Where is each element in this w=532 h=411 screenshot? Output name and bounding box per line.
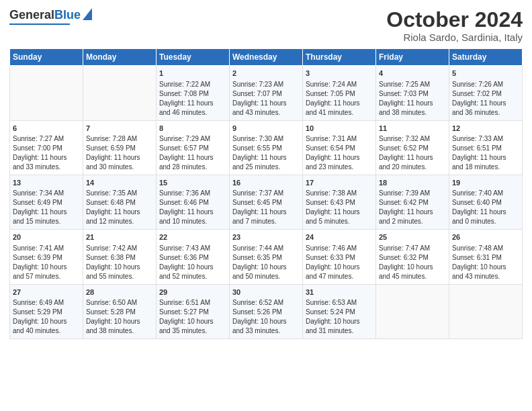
cell-line: Daylight: 11 hours	[306, 153, 373, 163]
cell-line: and 52 minutes.	[159, 272, 226, 281]
cell-line: Daylight: 10 hours	[232, 317, 300, 326]
calendar-cell: 3Sunrise: 7:24 AMSunset: 7:05 PMDaylight…	[303, 66, 376, 120]
cell-line: Daylight: 10 hours	[306, 263, 373, 272]
cell-line: and 12 minutes.	[86, 217, 153, 226]
cell-line: Sunset: 6:52 PM	[379, 144, 446, 153]
calendar-cell: 26Sunrise: 7:48 AMSunset: 6:31 PMDayligh…	[449, 230, 523, 284]
cell-line: Daylight: 10 hours	[13, 263, 80, 272]
cell-line: Daylight: 11 hours	[452, 153, 519, 163]
cell-line: Daylight: 11 hours	[159, 153, 226, 163]
title-location: Riola Sardo, Sardinia, Italy	[386, 32, 523, 43]
cell-line: Sunrise: 7:31 AM	[306, 134, 373, 144]
day-number: 21	[86, 232, 153, 242]
cell-line: Daylight: 10 hours	[86, 263, 153, 272]
cell-line: Sunrise: 7:44 AM	[232, 244, 300, 253]
cell-line: Sunset: 6:43 PM	[306, 198, 373, 208]
cell-line: Sunset: 6:40 PM	[452, 198, 519, 208]
cell-line: Daylight: 11 hours	[232, 153, 300, 163]
cell-line: Sunset: 6:59 PM	[86, 144, 153, 153]
cell-line: and 18 minutes.	[452, 163, 519, 172]
week-row-2: 13Sunrise: 7:34 AMSunset: 6:49 PMDayligh…	[10, 175, 523, 229]
day-number: 30	[232, 287, 300, 298]
cell-line: Daylight: 11 hours	[379, 153, 446, 163]
cell-line: and 47 minutes.	[306, 272, 373, 281]
cell-line: Daylight: 11 hours	[379, 208, 446, 217]
cell-line: Sunrise: 7:41 AM	[13, 244, 80, 253]
logo-line	[9, 24, 70, 25]
cell-line: and 10 minutes.	[159, 217, 226, 226]
cell-line: and 23 minutes.	[306, 163, 373, 172]
cell-line: Daylight: 11 hours	[452, 99, 519, 108]
cell-line: Sunrise: 7:43 AM	[159, 244, 226, 253]
calendar-cell: 14Sunrise: 7:35 AMSunset: 6:48 PMDayligh…	[83, 175, 157, 229]
cell-line: Sunset: 6:45 PM	[232, 198, 300, 208]
cell-line: and 57 minutes.	[13, 272, 80, 281]
cell-line: Daylight: 11 hours	[13, 153, 80, 163]
day-number: 20	[13, 232, 80, 242]
calendar-cell: 23Sunrise: 7:44 AMSunset: 6:35 PMDayligh…	[230, 230, 303, 284]
cell-line: Sunrise: 7:46 AM	[306, 244, 373, 253]
cell-line: and 38 minutes.	[86, 326, 153, 336]
cell-line: Sunrise: 7:27 AM	[13, 134, 80, 144]
cell-line: and 43 minutes.	[452, 272, 519, 281]
cell-line: and 41 minutes.	[306, 108, 373, 118]
cell-line: Daylight: 11 hours	[306, 208, 373, 217]
cell-line: Sunset: 6:39 PM	[13, 253, 80, 263]
calendar-cell: 21Sunrise: 7:42 AMSunset: 6:38 PMDayligh…	[83, 230, 157, 284]
cell-line: and 38 minutes.	[379, 108, 446, 118]
cell-line: Sunrise: 6:53 AM	[306, 298, 373, 308]
cell-line: Sunset: 6:49 PM	[13, 198, 80, 208]
day-number: 28	[86, 287, 153, 298]
calendar-cell: 29Sunrise: 6:51 AMSunset: 5:27 PMDayligh…	[157, 284, 230, 338]
cell-line: Sunrise: 7:47 AM	[379, 244, 446, 253]
cell-line: Sunset: 7:03 PM	[379, 89, 446, 99]
cell-line: Sunrise: 7:42 AM	[86, 244, 153, 253]
calendar-cell: 13Sunrise: 7:34 AMSunset: 6:49 PMDayligh…	[10, 175, 83, 229]
day-number: 11	[379, 124, 446, 134]
cell-line: Sunrise: 7:38 AM	[306, 189, 373, 198]
title-block: October 2024 Riola Sardo, Sardinia, Ital…	[386, 8, 523, 43]
week-row-0: 1Sunrise: 7:22 AMSunset: 7:08 PMDaylight…	[10, 66, 523, 120]
calendar-cell: 31Sunrise: 6:53 AMSunset: 5:24 PMDayligh…	[303, 284, 376, 338]
calendar-cell: 4Sunrise: 7:25 AMSunset: 7:03 PMDaylight…	[376, 66, 449, 120]
cell-line: Sunrise: 7:23 AM	[232, 80, 300, 89]
calendar-cell: 27Sunrise: 6:49 AMSunset: 5:29 PMDayligh…	[10, 284, 83, 338]
svg-marker-0	[83, 8, 92, 20]
calendar-cell: 1Sunrise: 7:22 AMSunset: 7:08 PMDaylight…	[157, 66, 230, 120]
page: GeneralBlue October 2024 Riola Sardo, Sa…	[0, 0, 532, 411]
calendar-cell: 2Sunrise: 7:23 AMSunset: 7:07 PMDaylight…	[230, 66, 303, 120]
cell-line: Sunset: 6:46 PM	[159, 198, 226, 208]
day-number: 17	[306, 178, 373, 188]
header-cell-thursday: Thursday	[303, 49, 376, 66]
day-number: 14	[86, 178, 153, 188]
cell-line: Sunrise: 7:37 AM	[232, 189, 300, 198]
header-cell-saturday: Saturday	[449, 49, 523, 66]
week-row-1: 6Sunrise: 7:27 AMSunset: 7:00 PMDaylight…	[10, 120, 523, 175]
cell-line: Sunset: 6:36 PM	[159, 253, 226, 263]
cell-line: Daylight: 11 hours	[159, 99, 226, 108]
calendar-cell: 20Sunrise: 7:41 AMSunset: 6:39 PMDayligh…	[10, 230, 83, 284]
cell-line: Sunset: 5:29 PM	[13, 308, 80, 317]
header-cell-tuesday: Tuesday	[157, 49, 230, 66]
cell-line: Daylight: 11 hours	[232, 208, 300, 217]
cell-line: Daylight: 11 hours	[379, 99, 446, 108]
calendar-body: 1Sunrise: 7:22 AMSunset: 7:08 PMDaylight…	[10, 66, 523, 339]
cell-line: and 36 minutes.	[452, 108, 519, 118]
cell-line: Sunset: 6:51 PM	[452, 144, 519, 153]
calendar-cell: 24Sunrise: 7:46 AMSunset: 6:33 PMDayligh…	[303, 230, 376, 284]
cell-line: Daylight: 11 hours	[86, 208, 153, 217]
calendar-cell: 22Sunrise: 7:43 AMSunset: 6:36 PMDayligh…	[157, 230, 230, 284]
cell-line: Sunrise: 7:48 AM	[452, 244, 519, 253]
cell-line: Sunset: 6:38 PM	[86, 253, 153, 263]
day-number: 5	[452, 68, 519, 79]
cell-line: Daylight: 11 hours	[452, 208, 519, 217]
cell-line: Sunrise: 6:49 AM	[13, 298, 80, 308]
cell-line: and 0 minutes.	[452, 217, 519, 226]
logo-triangle-icon	[83, 8, 92, 20]
cell-line: Daylight: 10 hours	[232, 263, 300, 272]
cell-line: Sunset: 6:32 PM	[379, 253, 446, 263]
day-number: 12	[452, 124, 519, 134]
cell-line: Sunrise: 7:22 AM	[159, 80, 226, 89]
calendar-table: SundayMondayTuesdayWednesdayThursdayFrid…	[9, 48, 523, 339]
calendar-cell: 15Sunrise: 7:36 AMSunset: 6:46 PMDayligh…	[157, 175, 230, 229]
